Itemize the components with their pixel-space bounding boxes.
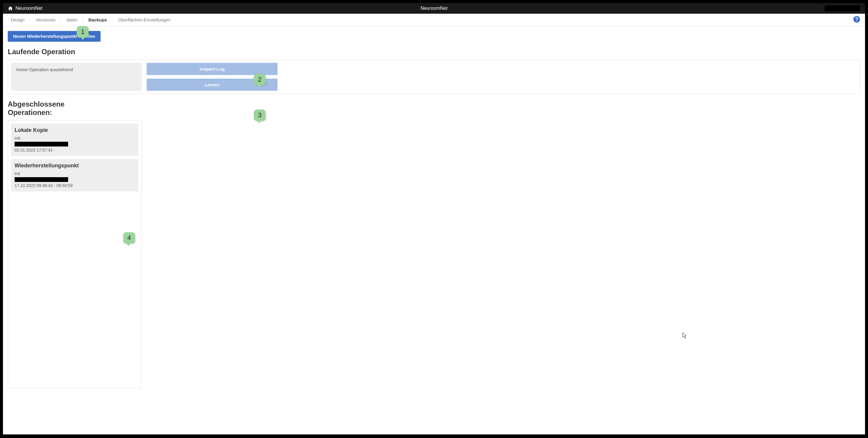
annotation-callout-3: 3 xyxy=(254,110,266,121)
annotation-callout-2: 2 xyxy=(254,74,266,85)
user-area-redacted xyxy=(825,5,860,11)
operation-status: Keine Operation ausstehend xyxy=(11,63,142,91)
inspect-log-button[interactable]: Inspect Log xyxy=(147,63,278,75)
completed-item-date: 02.01.2023 17:57:41 xyxy=(14,148,135,152)
app-name: NeuroomNet xyxy=(16,6,42,11)
redacted-field xyxy=(14,177,68,182)
completed-item-title: Lokale Kopie xyxy=(14,127,135,134)
completed-operation-item[interactable]: Lokale Kopie Init 02.01.2023 17:57:41 xyxy=(11,123,138,156)
redacted-field xyxy=(14,142,68,146)
tab-design[interactable]: Design xyxy=(5,14,30,26)
page-title: NeuroomNet xyxy=(421,6,448,11)
tab-versionen[interactable]: Versionen xyxy=(30,14,61,26)
completed-operation-item[interactable]: Wiederherstellungspunkt Init 17.10.2022 … xyxy=(11,159,138,192)
tab-oberflaechen-einstellungen[interactable]: Oberflächen-Einstellungen xyxy=(113,14,176,26)
completed-operations-title: Abgeschlossene Operationen: xyxy=(8,100,97,117)
running-operation-title: Laufende Operation xyxy=(8,48,860,56)
top-bar: NeuroomNet NeuroomNet xyxy=(3,3,865,14)
help-button[interactable]: ? xyxy=(853,17,860,24)
completed-operations-list: Lokale Kopie Init 02.01.2023 17:57:41 Wi… xyxy=(8,120,142,388)
completed-item-title: Wiederherstellungspunkt xyxy=(14,163,135,169)
home-icon xyxy=(8,6,13,11)
mouse-cursor xyxy=(682,332,687,339)
running-operation-panel: Keine Operation ausstehend Inspect Log L… xyxy=(8,60,860,94)
completed-item-sub: Init xyxy=(14,136,135,141)
help-icon: ? xyxy=(853,16,860,24)
tab-bar: Design Versionen dates Backups Oberfläch… xyxy=(3,14,865,26)
tab-backups[interactable]: Backups xyxy=(83,14,113,26)
tab-dates[interactable]: dates xyxy=(61,14,83,26)
annotation-callout-4: 4 xyxy=(123,232,135,243)
annotation-callout-1: 1 xyxy=(77,26,89,37)
completed-item-sub: Init xyxy=(14,171,135,176)
completed-item-date: 17.10.2022 09:46:42 - 09:50:59 xyxy=(14,183,135,188)
main-content: Neuen Wiederherstellungspunkt erstellen … xyxy=(3,26,865,434)
app-home[interactable]: NeuroomNet xyxy=(8,6,42,11)
svg-text:?: ? xyxy=(855,17,858,22)
